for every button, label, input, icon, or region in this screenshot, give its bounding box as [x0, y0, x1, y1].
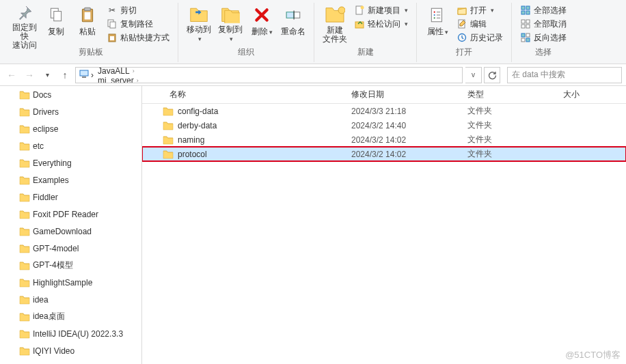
- svg-rect-33: [526, 25, 530, 28]
- sidebar-item[interactable]: eclipse: [0, 120, 141, 137]
- sidebar-item[interactable]: idea桌面: [0, 308, 141, 325]
- easy-access-button[interactable]: 轻松访问▾: [351, 18, 411, 30]
- breadcrumb-segment[interactable]: JavaALL›: [95, 67, 141, 76]
- refresh-dropdown-button[interactable]: v: [465, 67, 482, 83]
- recent-menu-button[interactable]: ▾: [40, 68, 55, 83]
- select-none-button[interactable]: 全部取消: [517, 18, 569, 30]
- pin-button[interactable]: 固定到快 速访问: [10, 3, 40, 44]
- sidebar-tree[interactable]: DocsDriverseclipseetcEverythingExamplesF…: [0, 86, 142, 364]
- sidebar-item[interactable]: Everything: [0, 154, 141, 171]
- folder-icon: [19, 124, 30, 134]
- back-button[interactable]: ←: [4, 68, 19, 83]
- invert-icon: [520, 32, 531, 43]
- breadcrumb-segment[interactable]: mi_server›: [95, 76, 141, 83]
- column-header-type[interactable]: 类型: [463, 89, 559, 100]
- edit-button[interactable]: 编辑: [454, 18, 506, 30]
- select-all-icon: [520, 5, 531, 16]
- svg-rect-34: [521, 33, 525, 37]
- move-to-button[interactable]: 移动到▾: [184, 3, 214, 44]
- properties-button[interactable]: 属性▾: [422, 3, 452, 44]
- file-name: derby-data: [178, 121, 217, 130]
- breadcrumb[interactable]: › 此电脑›Data (D:)›JavaALL›mi_server›nacos›…: [75, 67, 463, 83]
- svg-rect-10: [286, 12, 294, 18]
- search-input[interactable]: 在 data 中搜索: [507, 67, 622, 83]
- svg-point-17: [434, 12, 435, 13]
- copy-path-button[interactable]: 复制路径: [104, 18, 172, 30]
- copy-to-label: 复制到▾: [217, 25, 244, 44]
- history-button[interactable]: 历史记录: [454, 31, 506, 44]
- new-item-label: 新建项目: [368, 5, 400, 16]
- sidebar-item[interactable]: GameDownload: [0, 223, 141, 240]
- new-folder-label: 新建 文件夹: [323, 26, 347, 44]
- select-all-button[interactable]: 全部选择: [517, 4, 569, 16]
- sidebar-item-label: etc: [33, 141, 44, 151]
- up-button[interactable]: ↑: [57, 68, 72, 83]
- sidebar-item[interactable]: Fiddler: [0, 188, 141, 206]
- ribbon-group-new: 新建 文件夹 新建项目▾ 轻松访问▾ 新建: [314, 3, 417, 62]
- sidebar-item[interactable]: idea: [0, 291, 141, 308]
- copy-to-button[interactable]: 复制到▾: [215, 3, 245, 44]
- invert-button[interactable]: 反向选择: [517, 31, 569, 44]
- file-type: 文件夹: [463, 120, 559, 131]
- chevron-right-icon[interactable]: ›: [91, 70, 94, 80]
- chevron-right-icon[interactable]: ›: [133, 68, 135, 74]
- sidebar-item[interactable]: Docs: [0, 86, 141, 103]
- refresh-button[interactable]: [484, 67, 500, 83]
- cut-button[interactable]: ✂ 剪切: [104, 4, 172, 16]
- file-date: 2024/3/2 14:40: [347, 121, 463, 130]
- sidebar-item-label: HighlightSample: [33, 278, 92, 288]
- file-date: 2024/3/2 14:02: [347, 135, 463, 145]
- sidebar-item[interactable]: etc: [0, 137, 141, 154]
- new-item-button[interactable]: 新建项目▾: [351, 4, 411, 16]
- edit-label: 编辑: [470, 18, 487, 30]
- properties-icon: [426, 4, 448, 26]
- paste-button[interactable]: 粘贴: [72, 3, 103, 44]
- column-header-name[interactable]: 名称: [142, 89, 347, 100]
- forward-button[interactable]: →: [22, 68, 37, 83]
- delete-button[interactable]: 删除▾: [247, 3, 277, 44]
- ribbon-group-select: 全部选择 全部取消 反向选择 选择: [512, 3, 575, 62]
- copy-button[interactable]: 复制: [41, 3, 71, 44]
- file-type: 文件夹: [463, 134, 559, 145]
- properties-label: 属性▾: [427, 27, 448, 37]
- open-button[interactable]: 打开▾: [454, 4, 506, 16]
- sidebar-item[interactable]: GPT-4model: [0, 240, 141, 257]
- svg-point-12: [338, 7, 345, 14]
- folder-icon: [19, 244, 30, 253]
- move-to-icon: [188, 4, 210, 24]
- table-row[interactable]: config-data2024/3/3 21:18文件夹: [142, 104, 626, 118]
- ribbon-group-open: 属性▾ 打开▾ 编辑 历史记录 打开: [417, 3, 512, 62]
- paste-shortcut-label: 粘贴快捷方式: [120, 32, 169, 44]
- column-header-size[interactable]: 大小: [559, 89, 626, 100]
- sidebar-item[interactable]: IQIYI Video: [0, 342, 141, 359]
- sidebar-item[interactable]: GPT-4模型: [0, 257, 141, 274]
- new-group-label: 新建: [357, 46, 374, 58]
- sidebar-item-label: Drivers: [33, 107, 59, 117]
- folder-icon: [19, 295, 30, 305]
- file-name: config-data: [178, 107, 218, 116]
- column-header-date[interactable]: 修改日期: [347, 89, 463, 100]
- navigation-bar: ← → ▾ ↑ › 此电脑›Data (D:)›JavaALL›mi_serve…: [0, 64, 626, 86]
- svg-rect-28: [521, 11, 525, 14]
- select-group-label: 选择: [535, 46, 552, 58]
- file-list[interactable]: config-data2024/3/3 21:18文件夹derby-data20…: [142, 104, 626, 364]
- table-row[interactable]: derby-data2024/3/2 14:40文件夹: [142, 118, 626, 132]
- invert-label: 反向选择: [534, 32, 567, 44]
- sidebar-item-label: GPT-4模型: [33, 260, 73, 271]
- table-row[interactable]: naming2024/3/2 14:02文件夹: [142, 132, 626, 147]
- sidebar-item[interactable]: Drivers: [0, 103, 141, 120]
- sidebar-item[interactable]: Examples: [0, 171, 141, 188]
- sidebar-item[interactable]: Foxit PDF Reader: [0, 206, 141, 223]
- sidebar-item[interactable]: IntelliJ IDEA(U) 2022.3.3: [0, 325, 141, 342]
- sidebar-item[interactable]: HighlightSample: [0, 274, 141, 291]
- table-row[interactable]: protocol2024/3/2 14:02文件夹: [142, 147, 626, 161]
- svg-rect-30: [521, 20, 525, 23]
- column-headers[interactable]: 名称 修改日期 类型 大小: [142, 86, 626, 104]
- history-icon: [457, 32, 467, 43]
- new-folder-button[interactable]: 新建 文件夹: [320, 3, 350, 44]
- rename-button[interactable]: 重命名: [278, 3, 308, 44]
- chevron-right-icon[interactable]: ›: [137, 77, 139, 83]
- paste-shortcut-button[interactable]: 粘贴快捷方式: [104, 31, 172, 44]
- cut-label: 剪切: [120, 5, 137, 16]
- folder-icon: [19, 261, 30, 270]
